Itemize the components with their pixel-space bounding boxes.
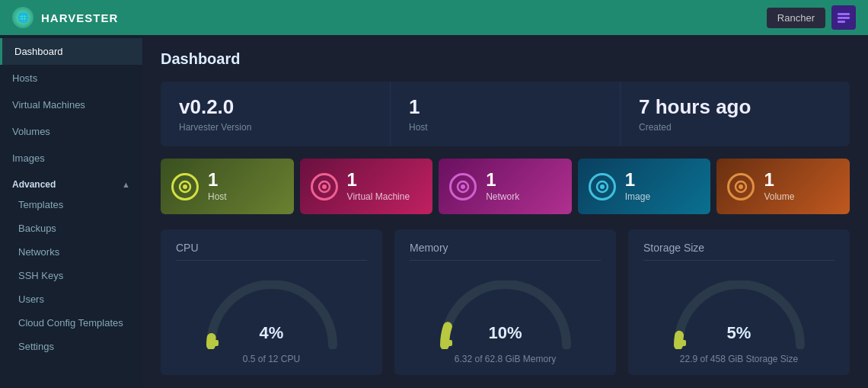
sidebar-item-virtual-machines[interactable]: Virtual Machines <box>0 91 142 118</box>
cpu-gauge-title: CPU <box>176 242 367 254</box>
volume-tile-name: Volume <box>764 191 794 202</box>
sidebar-item-ssh-keys[interactable]: SSH Keys <box>0 264 142 287</box>
storage-sub-label: 22.9 of 458 GiB Storage Size <box>643 354 834 364</box>
svg-point-6 <box>322 184 327 189</box>
storage-gauge-container: 5% <box>643 273 834 349</box>
host-tile-name: Host <box>208 191 227 202</box>
network-tile-name: Network <box>486 191 519 202</box>
sidebar-item-cloud-config-templates[interactable]: Cloud Config Templates <box>0 311 142 335</box>
image-tile-count: 1 <box>625 171 650 189</box>
svg-rect-13 <box>208 340 219 346</box>
memory-divider <box>410 260 601 261</box>
sidebar-item-volumes[interactable]: Volumes <box>0 118 142 145</box>
svg-point-10 <box>600 184 605 189</box>
cpu-gauge-container: 4% <box>176 273 367 349</box>
cpu-percent: 4% <box>260 323 284 343</box>
memory-sub-label: 6.32 of 62.8 GiB Memory <box>410 354 601 364</box>
page-title: Dashboard <box>161 50 850 68</box>
svg-rect-14 <box>442 340 452 346</box>
sidebar-item-users[interactable]: Users <box>0 287 142 311</box>
svg-rect-2 <box>838 21 845 23</box>
tile-volume[interactable]: 1 Volume <box>716 159 850 214</box>
tile-host[interactable]: 1 Host <box>161 159 294 214</box>
version-value: v0.2.0 <box>179 95 372 119</box>
volume-tile-count: 1 <box>764 171 794 189</box>
host-tile-info: 1 Host <box>208 171 227 202</box>
network-tile-icon <box>449 173 477 200</box>
host-count-value: 1 <box>409 95 602 119</box>
svg-rect-1 <box>838 17 850 19</box>
app-title: HARVESTER <box>41 11 118 24</box>
layout: Dashboard Hosts Virtual Machines Volumes… <box>0 35 868 388</box>
info-card-version: v0.2.0 Harvester Version <box>161 82 391 146</box>
sidebar-item-dashboard[interactable]: Dashboard <box>0 38 142 65</box>
svg-rect-0 <box>838 13 850 15</box>
gauge-storage: Storage Size 5% 22.9 of 458 GiB Storage … <box>628 229 850 375</box>
rancher-button[interactable]: Rancher <box>767 8 825 28</box>
created-label: Created <box>639 122 831 133</box>
host-tile-icon <box>171 173 199 200</box>
topbar: 🌐 HARVESTER Rancher <box>0 0 868 35</box>
gauge-memory: Memory 10% 6.32 of 62.8 GiB Memory <box>394 229 616 375</box>
chevron-up-icon: ▲ <box>122 180 130 189</box>
main-content: Dashboard v0.2.0 Harvester Version 1 Hos… <box>142 35 868 388</box>
vm-tile-icon <box>311 173 338 200</box>
svg-point-4 <box>183 184 187 189</box>
cpu-sub-label: 0.5 of 12 CPU <box>176 354 367 364</box>
image-tile-icon <box>589 173 616 200</box>
storage-divider <box>643 260 834 261</box>
vm-tile-count: 1 <box>347 171 410 189</box>
vm-tile-name: Virtual Machine <box>347 191 410 202</box>
memory-percent: 10% <box>488 323 522 343</box>
info-cards: v0.2.0 Harvester Version 1 Host 7 hours … <box>161 82 850 146</box>
svg-rect-15 <box>675 340 686 346</box>
sidebar-item-hosts[interactable]: Hosts <box>0 65 142 91</box>
storage-gauge-title: Storage Size <box>643 242 834 254</box>
sidebar-item-settings[interactable]: Settings <box>0 335 142 358</box>
topbar-left: 🌐 HARVESTER <box>12 7 118 28</box>
tile-vm[interactable]: 1 Virtual Machine <box>300 159 433 214</box>
storage-percent: 5% <box>727 323 752 343</box>
sidebar-advanced-section[interactable]: Advanced ▲ <box>0 172 142 193</box>
gauge-row: CPU 4% 0.5 of 12 CPU Memory <box>161 229 850 375</box>
advanced-label: Advanced <box>12 179 56 190</box>
topbar-right: Rancher <box>767 5 856 30</box>
resource-tiles: 1 Host 1 Virtual Machine 1 N <box>161 159 850 214</box>
info-card-host: 1 Host <box>391 82 621 146</box>
tile-image[interactable]: 1 Image <box>578 159 711 214</box>
host-tile-count: 1 <box>208 171 227 189</box>
created-value: 7 hours ago <box>639 95 831 119</box>
memory-gauge-title: Memory <box>410 242 601 254</box>
info-card-created: 7 hours ago Created <box>621 82 850 146</box>
network-tile-count: 1 <box>486 171 519 189</box>
image-tile-name: Image <box>625 191 650 202</box>
sidebar-item-templates[interactable]: Templates <box>0 193 142 216</box>
svg-point-12 <box>739 184 743 189</box>
image-tile-info: 1 Image <box>625 171 650 202</box>
vm-tile-info: 1 Virtual Machine <box>347 171 410 202</box>
sidebar-item-images[interactable]: Images <box>0 145 142 172</box>
version-label: Harvester Version <box>179 122 372 133</box>
network-tile-info: 1 Network <box>486 171 519 202</box>
volume-tile-icon <box>727 173 755 200</box>
sidebar-item-networks[interactable]: Networks <box>0 240 142 264</box>
sidebar: Dashboard Hosts Virtual Machines Volumes… <box>0 35 142 388</box>
memory-gauge-container: 10% <box>410 273 601 349</box>
tile-network[interactable]: 1 Network <box>439 159 572 214</box>
cpu-divider <box>176 260 367 261</box>
sidebar-item-backups[interactable]: Backups <box>0 216 142 240</box>
volume-tile-info: 1 Volume <box>764 171 794 202</box>
user-menu-icon[interactable] <box>831 5 856 30</box>
svg-point-8 <box>461 184 465 189</box>
host-count-label: Host <box>409 122 602 133</box>
app-logo: 🌐 <box>12 7 34 28</box>
gauge-cpu: CPU 4% 0.5 of 12 CPU <box>161 229 382 375</box>
